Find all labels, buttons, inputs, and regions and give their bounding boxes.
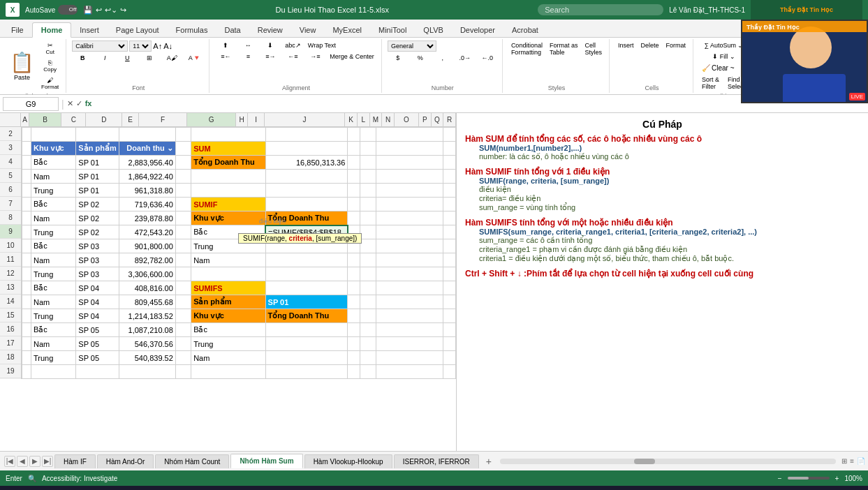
cell-i12[interactable] [360,267,376,281]
col-header-p[interactable]: P [419,113,432,126]
cell-h13[interactable] [348,281,360,295]
cell-k2[interactable] [443,128,456,142]
cell-k7[interactable] [443,198,456,211]
cell-g15[interactable]: Tổng Doanh Thu [265,309,348,323]
redo-icon[interactable]: ↪ [120,6,126,15]
cell-f6[interactable] [191,184,265,198]
cell-f4[interactable]: Tổng Doanh Thu [191,156,265,170]
cell-c2[interactable] [76,128,119,142]
tab-file[interactable]: File [3,23,32,37]
cell-k17[interactable] [443,337,456,351]
col-header-b[interactable]: B [29,113,61,126]
col-header-j[interactable]: J [265,113,345,126]
font-color-button[interactable]: A🔻 [184,53,205,63]
cell-a15[interactable] [22,309,31,323]
cell-b10[interactable]: Bắc [31,239,76,253]
cell-c18[interactable]: SP 05 [76,351,119,365]
col-header-q[interactable]: Q [432,113,444,126]
sheet-tab-vlookup[interactable]: Hàm Vlookup-Hlookup [304,454,392,468]
cell-d13[interactable]: 408,816.00 [119,281,175,295]
cell-f19[interactable] [191,365,265,379]
cell-d2[interactable] [119,128,175,142]
cell-j17[interactable] [376,337,443,351]
cell-c10[interactable]: SP 03 [76,239,119,253]
cell-f17[interactable]: Trung [191,337,265,351]
cell-g5[interactable] [265,170,348,184]
cell-a11[interactable] [22,253,31,267]
cell-j15[interactable] [376,309,443,323]
paste-button[interactable]: 📋 Paste [7,50,37,82]
cell-i3[interactable] [360,142,376,156]
col-header-a[interactable]: A [21,113,29,126]
cell-k10[interactable] [443,239,456,253]
cell-g19[interactable] [265,365,348,379]
sheet-nav-prev[interactable]: ◀ [17,456,28,467]
view-lines-icon[interactable]: ≡ [850,457,854,465]
cell-e18[interactable] [175,351,191,365]
cell-i2[interactable] [360,128,376,142]
cell-b15[interactable]: Trung [31,309,76,323]
autosave-toggle[interactable] [58,5,78,15]
cell-i15[interactable] [360,309,376,323]
bold-button[interactable]: B [72,53,93,63]
font-family-select[interactable]: Calibri [72,40,128,52]
cell-a8[interactable] [22,211,31,225]
cell-d7[interactable]: 719,636.40 [119,198,175,211]
decrease-indent-button[interactable]: ←≡ [282,52,303,61]
sort-filter-button[interactable]: Sort &Filter [699,75,722,91]
cell-i4[interactable] [360,156,376,170]
cell-a18[interactable] [22,351,31,365]
align-top-button[interactable]: ⬆ [215,40,236,50]
cell-c3[interactable]: Sản phẩm [76,142,119,156]
cell-e11[interactable] [175,253,191,267]
sheet-nav-next[interactable]: ▶ [29,456,41,467]
cell-e3[interactable] [175,142,191,156]
cell-i8[interactable] [360,211,376,225]
tab-acrobat[interactable]: Acrobat [503,23,547,37]
cell-c4[interactable]: SP 01 [76,156,119,170]
cell-reference-input[interactable] [3,97,59,111]
cell-d19[interactable] [119,365,175,379]
wrap-text-button[interactable]: Wrap Text [305,40,339,50]
cell-g4[interactable]: 16,850,313.36 [265,156,348,170]
increase-font-icon[interactable]: A↑ [153,42,162,50]
view-icon[interactable]: ⊞ [841,457,847,465]
cell-j6[interactable] [376,184,443,198]
cell-j10[interactable] [376,239,443,253]
cell-i18[interactable] [360,351,376,365]
cell-c12[interactable]: SP 03 [76,267,119,281]
cell-h16[interactable] [348,323,360,337]
insert-cells-button[interactable]: Insert [615,40,637,50]
cell-h8[interactable] [348,211,360,225]
cell-i6[interactable] [360,184,376,198]
tab-developer[interactable]: Developer [452,23,503,37]
increase-indent-button[interactable]: →≡ [304,52,325,61]
cell-k4[interactable] [443,156,456,170]
align-left-button[interactable]: ≡← [215,52,236,61]
cell-a9[interactable] [22,225,31,239]
align-bottom-button[interactable]: ⬇ [260,40,281,50]
tab-qlvb[interactable]: QLVB [415,23,452,37]
zoom-out-icon[interactable]: − [778,475,782,482]
cell-e16[interactable] [175,323,191,337]
cell-f5[interactable] [191,170,265,184]
cell-c13[interactable]: SP 04 [76,281,119,295]
cell-styles-button[interactable]: CellStyles [582,40,605,57]
cell-c11[interactable]: SP 03 [76,253,119,267]
cell-j9[interactable] [376,225,443,239]
cell-a6[interactable] [22,184,31,198]
cell-b2[interactable] [31,128,76,142]
cell-j7[interactable] [376,198,443,211]
cell-h17[interactable] [348,337,360,351]
cell-a3[interactable] [22,142,31,156]
col-header-g[interactable]: G [187,113,235,126]
cell-a16[interactable] [22,323,31,337]
cell-a10[interactable] [22,239,31,253]
cell-a7[interactable] [22,198,31,211]
format-cells-button[interactable]: Format [663,40,689,50]
sheet-tab-iserror[interactable]: ISERROR, IFERROR [394,454,479,468]
cell-j11[interactable] [376,253,443,267]
cell-a14[interactable] [22,295,31,309]
cell-d10[interactable]: 901,800.00 [119,239,175,253]
conditional-formatting-button[interactable]: ConditionalFormatting [508,40,545,57]
